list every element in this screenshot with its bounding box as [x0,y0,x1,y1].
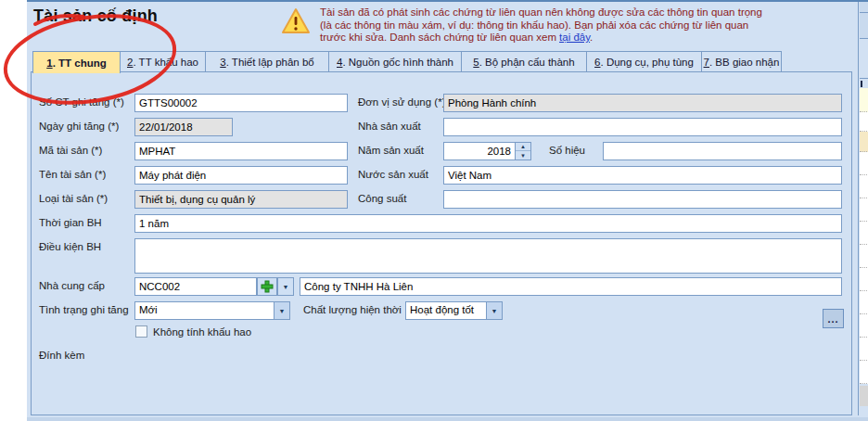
nam-sx-spinner: ▲ ▼ [516,142,531,160]
loai-ts-input [134,190,348,209]
grid-cell [860,112,868,132]
warning-line-2: (là các thông tin màu xám, ví dụ: thông … [320,19,839,32]
tab-bar: 1. TT chung 2. TT khấu hao 3. Thiết lập … [32,51,782,72]
cong-suat-label: Công suất [358,193,406,204]
chat-luong-label: Chất lượng hiện thời [303,304,402,315]
grid-cell [860,198,868,222]
warning-icon [281,7,311,35]
background-grid-strip [858,2,868,415]
grid-cell [860,88,868,112]
window-bottom-edge [27,417,868,421]
tab-dung-cu-phu-tung[interactable]: 6. Dụng cụ, phụ tùng [587,51,702,72]
tai-day-link[interactable]: tại đây [559,32,590,43]
grid-cell [860,132,868,152]
grid-cell [860,338,868,361]
page-title: Tài sản cố định [33,6,158,26]
nuoc-sx-label: Nước sản xuất [358,169,428,180]
grid-cell [860,2,868,39]
thoi-gian-bh-label: Thời gian BH [39,217,102,228]
nam-sx-label: Năm sản xuất [358,145,424,156]
ten-ts-input[interactable] [134,166,348,185]
supplier-dropdown-button[interactable]: ▼ [277,277,294,296]
chevron-down-icon[interactable]: ▼ [274,302,289,319]
khong-tinh-khau-hao-checkbox[interactable] [135,325,147,338]
ngay-input [134,118,233,136]
grid-cell [860,222,868,245]
grid-cell [860,361,868,384]
ncc-name-input[interactable] [300,277,842,296]
warning-line-1: Tài sản đã có phát sinh các chứng từ liê… [320,6,839,19]
grid-cell [860,268,868,291]
grid-cell [860,386,868,406]
ncc-code-input[interactable] [134,277,257,296]
so-ct-input[interactable] [134,94,348,112]
tinh-trang-select[interactable]: Mới ▼ [134,301,290,320]
fixed-asset-window: Tài sản cố định Tài sản đã có phát sinh … [0,0,868,421]
grid-cell [860,152,868,175]
grid-cell [860,78,868,79]
grid-cell [860,291,868,314]
so-hieu-input[interactable] [603,142,842,160]
don-vi-label: Đơn vị sử dụng (*) [358,96,446,108]
tab-thiet-lap-phan-bo[interactable]: 3. Thiết lập phân bổ [206,51,329,72]
grid-cell [860,314,868,338]
dieu-kien-bh-label: Điều kiện BH [39,241,101,252]
grid-cell [861,81,862,87]
warning-line-3: trước khi sửa. Danh sách chứng từ liên q… [320,32,839,45]
tinh-trang-value: Mới [139,304,158,315]
don-vi-input [443,94,842,112]
ncc-label: Nhà cung cấp [39,280,105,291]
tab-tt-khau-hao[interactable]: 2. TT khấu hao [121,51,206,72]
warning-message: Tài sản đã có phát sinh các chứng từ liê… [320,6,839,45]
nha-sx-input[interactable] [443,118,842,136]
tinh-trang-label: Tình trạng ghi tăng [39,304,129,315]
nam-sx-input[interactable] [443,142,516,160]
grid-cell [860,12,868,13]
spinner-down-icon[interactable]: ▼ [516,151,530,159]
chevron-down-icon: ▼ [283,284,289,290]
warning-period: . [590,32,593,43]
ma-ts-input[interactable] [134,142,348,160]
khong-tinh-khau-hao-label: Không tính khấu hao [153,326,251,338]
ten-ts-label: Tên tài sản (*) [39,169,106,180]
dieu-kien-bh-textarea[interactable] [134,238,842,274]
dinh-kem-label: Đính kèm [39,350,84,361]
chat-luong-value: Hoạt động tốt [410,304,474,315]
more-options-button[interactable]: ... [823,309,844,328]
warning-line-3-text: trước khi sửa. Danh sách chứng từ liên q… [320,32,556,43]
tab-nguon-goc-hinh-thanh[interactable]: 4. Nguồn gốc hình thành [329,51,462,72]
cong-suat-input[interactable] [443,190,842,209]
nuoc-sx-input[interactable] [443,166,842,185]
nha-sx-label: Nhà sản xuất [358,121,421,132]
tab-bb-giao-nhan[interactable]: 7. BB giao nhận [702,51,782,72]
plus-icon [261,280,274,293]
grid-cell [860,175,868,198]
ma-ts-label: Mã tài sản (*) [39,145,102,156]
thoi-gian-bh-input[interactable] [134,214,842,233]
so-hieu-label: Số hiệu [549,145,585,156]
loai-ts-label: Loại tài sản (*) [39,193,108,204]
so-ct-label: Số CT ghi tăng (*) [39,96,124,108]
tab-bo-phan-cau-thanh[interactable]: 5. Bộ phận cấu thành [462,51,587,72]
spinner-up-icon[interactable]: ▲ [516,143,530,151]
chevron-down-icon[interactable]: ▼ [486,302,502,319]
add-supplier-button[interactable] [257,277,277,296]
tab-tt-chung[interactable]: 1. TT chung [32,51,121,73]
chat-luong-select[interactable]: Hoạt động tốt ▼ [405,301,503,320]
grid-cell [860,245,868,268]
ngay-label: Ngày ghi tăng (*) [39,121,119,132]
